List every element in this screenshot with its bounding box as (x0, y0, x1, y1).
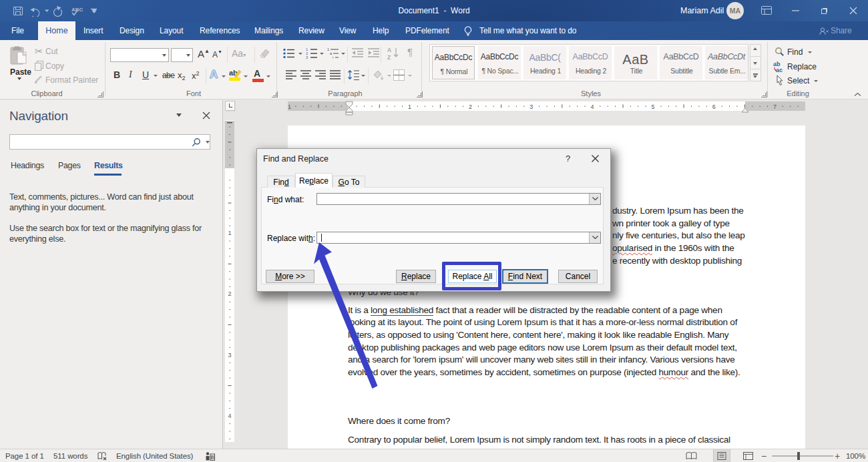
svg-text:ac: ac (776, 67, 783, 73)
svg-text:1: 1 (288, 103, 291, 110)
svg-text:1: 1 (408, 103, 411, 110)
svg-text:2: 2 (228, 290, 231, 297)
svg-text:Z: Z (387, 54, 391, 60)
svg-text:1: 1 (327, 47, 329, 51)
svg-text:i: i (333, 55, 333, 59)
svg-text:4: 4 (590, 103, 594, 110)
svg-text:ABC: ABC (71, 7, 83, 13)
svg-text:5: 5 (652, 103, 655, 110)
svg-text:7: 7 (773, 103, 777, 110)
svg-text:1: 1 (228, 230, 231, 236)
svg-text:6: 6 (712, 103, 716, 110)
svg-text:3: 3 (306, 55, 308, 59)
svg-text:A: A (387, 47, 391, 53)
svg-text:3: 3 (228, 352, 231, 359)
svg-text:4: 4 (228, 413, 231, 419)
svg-text:3: 3 (529, 103, 533, 110)
svg-text:2: 2 (469, 103, 472, 110)
